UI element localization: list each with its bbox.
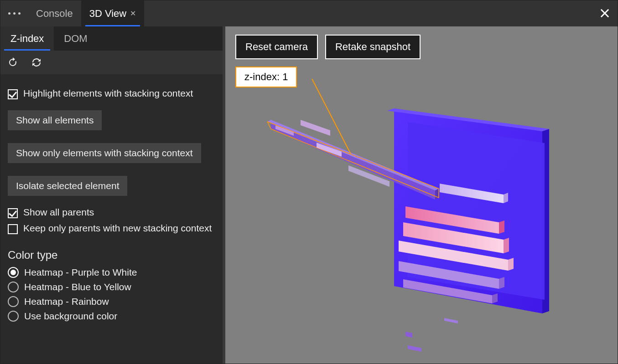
resync-button[interactable]: [30, 56, 43, 69]
svg-marker-14: [405, 206, 499, 234]
radio-icon: [8, 296, 19, 307]
svg-marker-4: [408, 122, 545, 300]
checkbox-icon: [8, 89, 18, 99]
svg-marker-18: [399, 241, 508, 271]
sidebar: Z-index DOM Highlight elements with stac…: [0, 26, 223, 364]
svg-marker-20: [399, 261, 499, 289]
viewport-toolbar: Reset camera Retake snapshot: [235, 35, 421, 59]
show-stacking-only-button[interactable]: Show only elements with stacking context: [8, 143, 201, 163]
radio-icon: [8, 311, 19, 322]
svg-marker-21: [499, 277, 504, 289]
subtab-dom[interactable]: DOM: [54, 26, 97, 51]
checkbox-icon: [8, 208, 18, 218]
svg-marker-26: [444, 318, 458, 323]
checkbox-highlight-stacking[interactable]: Highlight elements with stacking context: [8, 88, 215, 99]
zindex-tooltip: z-index: 1: [235, 67, 297, 87]
sidebar-options: Highlight elements with stacking context…: [0, 74, 223, 364]
radio-heatmap-purple-white[interactable]: Heatmap - Purple to White: [8, 267, 215, 278]
sub-tab-bar: Z-index DOM: [0, 26, 223, 51]
svg-marker-17: [504, 238, 509, 253]
radio-use-background-color[interactable]: Use background color: [8, 311, 215, 322]
radio-heatmap-blue-yellow[interactable]: Heatmap - Blue to Yellow: [8, 282, 215, 292]
subtab-z-index[interactable]: Z-index: [0, 26, 54, 51]
reload-button[interactable]: [6, 56, 20, 69]
svg-marker-6: [435, 189, 439, 200]
subtab-label: Z-index: [10, 33, 44, 45]
svg-marker-24: [405, 332, 412, 338]
svg-marker-11: [348, 165, 389, 187]
radio-label: Heatmap - Blue to Yellow: [24, 282, 131, 292]
checkbox-show-all-parents[interactable]: Show all parents: [8, 207, 215, 218]
close-panel-button[interactable]: [598, 7, 611, 20]
svg-marker-9: [301, 120, 330, 136]
svg-marker-13: [504, 193, 508, 203]
svg-marker-16: [403, 222, 504, 253]
tab-3d-view[interactable]: 3D View ✕: [81, 0, 145, 26]
radio-label: Heatmap - Rainbow: [24, 296, 109, 307]
svg-marker-2: [542, 129, 549, 313]
checkbox-label: Show all parents: [23, 207, 94, 218]
retake-snapshot-button[interactable]: Retake snapshot: [325, 35, 421, 59]
svg-marker-8: [275, 125, 294, 136]
tab-label: 3D View: [89, 8, 127, 20]
tab-console[interactable]: Console: [28, 0, 81, 26]
3d-viewport[interactable]: Reset camera Retake snapshot z-index: 1: [225, 26, 618, 364]
radio-label: Heatmap - Purple to White: [24, 267, 137, 278]
isolate-selected-button[interactable]: Isolate selected element: [8, 176, 127, 196]
checkbox-label: Keep only parents with new stacking cont…: [23, 223, 212, 234]
svg-marker-3: [387, 108, 549, 131]
close-icon[interactable]: ✕: [130, 9, 136, 18]
svg-marker-23: [492, 293, 498, 303]
svg-marker-5: [271, 120, 435, 200]
radio-label: Use background color: [24, 311, 117, 322]
color-type-heading: Color type: [8, 249, 215, 261]
checkbox-keep-parents-new-context[interactable]: Keep only parents with new stacking cont…: [8, 223, 215, 234]
reset-camera-button[interactable]: Reset camera: [235, 35, 318, 59]
svg-marker-25: [408, 345, 421, 352]
checkbox-label: Highlight elements with stacking context: [23, 88, 193, 99]
devtools-3d-view-panel: Console 3D View ✕ Z-index DOM: [0, 0, 618, 364]
svg-marker-15: [499, 220, 504, 234]
top-tab-bar: Console 3D View ✕: [0, 0, 618, 26]
svg-marker-7: [267, 120, 439, 190]
svg-marker-19: [508, 258, 514, 271]
sidebar-toolbar: [0, 51, 223, 74]
show-all-elements-button[interactable]: Show all elements: [8, 110, 102, 130]
svg-marker-1: [394, 108, 542, 313]
svg-line-0: [312, 79, 351, 154]
svg-marker-10: [317, 143, 342, 157]
svg-marker-22: [403, 279, 492, 303]
radio-icon: [8, 282, 19, 292]
checkbox-icon: [8, 224, 18, 234]
radio-icon: [8, 267, 19, 278]
svg-marker-12: [440, 184, 504, 203]
more-tools-button[interactable]: [0, 0, 28, 26]
main-split: Z-index DOM Highlight elements with stac…: [0, 26, 618, 364]
subtab-label: DOM: [64, 33, 87, 45]
radio-heatmap-rainbow[interactable]: Heatmap - Rainbow: [8, 296, 215, 307]
tab-label: Console: [36, 8, 73, 20]
